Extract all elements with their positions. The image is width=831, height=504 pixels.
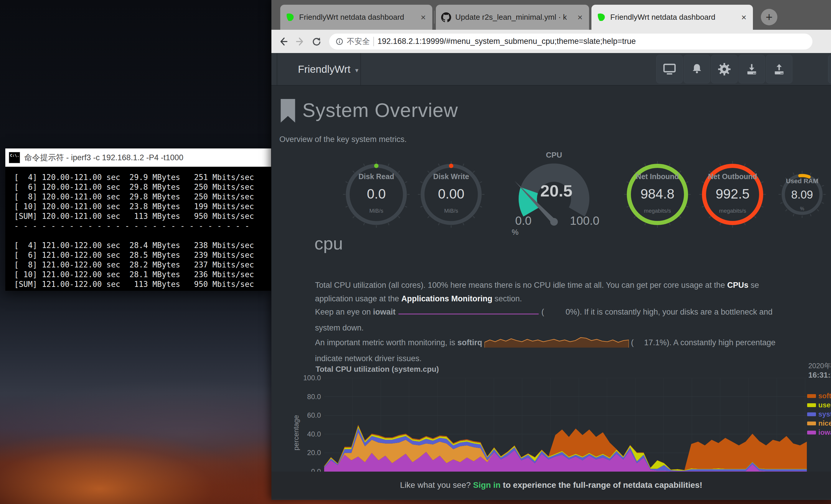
terminal-title: 命令提示符 - iperf3 -c 192.168.1.2 -P4 -t1000 <box>24 152 183 163</box>
security-label[interactable]: 不安全 <box>347 36 370 47</box>
gauge-disk-read[interactable]: Disk Read0.0MiB/s <box>342 160 410 230</box>
netdata-header: FriendlyWrt ▾ <box>271 53 831 86</box>
terminal-output: [ 4] 120.00-121.00 sec 29.9 MBytes 251 M… <box>5 167 271 291</box>
svg-text:%: % <box>800 206 804 211</box>
terminal-line: [ 6] 120.00-121.00 sec 29.8 MBytes 250 M… <box>14 182 271 192</box>
section-heading-cpu: cpu <box>314 233 343 254</box>
print-dashboard-button[interactable] <box>656 55 683 83</box>
netdata-page: FriendlyWrt ▾ <box>271 53 831 500</box>
reload-icon <box>311 36 322 47</box>
chart-title: Total CPU utilization (system.cpu) <box>316 365 439 374</box>
import-snapshot-button[interactable] <box>739 55 765 83</box>
info-icon <box>336 38 343 46</box>
svg-text:8.09: 8.09 <box>791 188 813 201</box>
svg-text:0.0: 0.0 <box>367 186 386 202</box>
back-icon <box>278 36 289 47</box>
paragraph-text: se <box>748 281 759 290</box>
y-tick-label: 60.0 <box>297 411 321 419</box>
browser-tab-2[interactable]: Update r2s_lean_minimal.yml · k × <box>436 5 589 30</box>
browser-window: FriendlyWrt netdata dashboard × Update r… <box>271 0 831 500</box>
netdata-icon <box>286 13 295 22</box>
header-button-partial[interactable] <box>828 55 831 83</box>
legend-item-iowait[interactable]: iowait <box>807 428 831 437</box>
export-snapshot-button[interactable] <box>766 55 793 83</box>
link-text[interactable]: Applications Monitoring <box>401 294 492 303</box>
softirq-sparkline[interactable] <box>484 335 629 352</box>
svg-text:984.8: 984.8 <box>640 186 674 202</box>
page-title-row: System Overview <box>280 99 458 122</box>
forward-button[interactable] <box>293 35 307 48</box>
tab-close-icon[interactable]: × <box>576 13 584 22</box>
signin-banner: Like what you see? Sign in to experience… <box>271 472 831 499</box>
bookmark-icon <box>280 99 296 122</box>
legend-label: system <box>818 410 831 418</box>
header-divider <box>361 53 361 85</box>
svg-text:MiB/s: MiB/s <box>369 208 383 214</box>
browser-tab-1[interactable]: FriendlyWrt netdata dashboard × <box>280 5 432 30</box>
paragraph-text: section. <box>492 294 522 303</box>
tab-close-icon[interactable]: × <box>740 13 748 22</box>
paragraph-text <box>396 307 398 316</box>
link-text[interactable]: CPUs <box>727 281 748 290</box>
paragraph-text: ( <box>539 307 544 316</box>
new-tab-button[interactable]: + <box>761 9 777 25</box>
hostname-dropdown[interactable]: FriendlyWrt ▾ <box>298 53 358 85</box>
browser-tabstrip: FriendlyWrt netdata dashboard × Update r… <box>271 0 831 30</box>
gauge-disk-write[interactable]: Disk Write0.00MiB/s <box>417 160 485 230</box>
netdata-icon <box>597 13 606 22</box>
desktop: C:\. 命令提示符 - iperf3 -c 192.168.1.2 -P4 -… <box>0 0 831 504</box>
paragraph-line: indicate network driver issues. <box>315 352 831 365</box>
iowait-sparkline[interactable] <box>398 307 539 321</box>
terminal-line: [ 10] 120.00-121.00 sec 23.8 MBytes 199 … <box>14 202 271 211</box>
svg-text:Disk Read: Disk Read <box>359 172 394 181</box>
browser-tab-3-active[interactable]: FriendlyWrt netdata dashboard × <box>592 5 753 30</box>
metric-value: 0% <box>544 305 577 319</box>
cpu-utilization-chart[interactable] <box>324 378 807 472</box>
reload-button[interactable] <box>310 35 323 48</box>
metric-name: iowait <box>373 307 396 316</box>
terminal-line: [ 4] 120.00-121.00 sec 29.9 MBytes 251 M… <box>14 173 271 182</box>
legend-item-softirq[interactable]: softirq <box>807 392 831 400</box>
sign-in-link[interactable]: Sign in <box>473 480 500 490</box>
gauge-net-outbound[interactable]: Net Outbound992.5megabits/s <box>699 160 767 230</box>
svg-text:100.0: 100.0 <box>570 214 599 227</box>
page-subtitle: Overview of the key system metrics. <box>279 135 407 144</box>
back-button[interactable] <box>277 35 290 48</box>
tab-title: Update r2s_lean_minimal.yml · k <box>455 13 572 22</box>
legend-item-user[interactable]: user <box>807 401 831 409</box>
import-icon <box>745 63 758 76</box>
terminal-titlebar[interactable]: C:\. 命令提示符 - iperf3 -c 192.168.1.2 -P4 -… <box>5 148 271 167</box>
legend-label: softirq <box>818 392 831 400</box>
terminal-line: [SUM] 120.00-121.00 sec 113 MBytes 950 M… <box>14 211 271 221</box>
paragraph-line: An important metric worth monitoring, is… <box>315 335 831 352</box>
svg-text:0.0: 0.0 <box>515 214 532 227</box>
gauge-cpu[interactable]: CPU20.50.0100.0% <box>507 152 601 241</box>
legend-swatch <box>807 431 816 435</box>
paragraph-text: ( <box>629 338 634 347</box>
export-icon <box>773 63 785 76</box>
url-bar[interactable]: 不安全 192.168.2.1:19999/#menu_system_subme… <box>329 34 812 50</box>
legend-swatch <box>807 394 816 398</box>
gauge-net-inbound[interactable]: Net Inbound984.8megabits/s <box>624 160 691 230</box>
alarms-button[interactable] <box>684 55 710 83</box>
chart-date-label: 2020年3 <box>808 361 831 370</box>
tab-title: FriendlyWrt netdata dashboard <box>299 13 415 22</box>
paragraph-text: application usage at the <box>315 294 401 303</box>
terminal-line: [ 4] 121.00-122.00 sec 28.4 MBytes 238 M… <box>14 241 271 250</box>
url-separator <box>373 37 374 46</box>
github-icon <box>441 12 451 22</box>
legend-label: iowait <box>818 428 831 437</box>
y-tick-label: 80.0 <box>297 393 321 401</box>
gauge-used-ram[interactable]: Used RAM8.09% <box>774 167 830 224</box>
legend-item-system[interactable]: system <box>807 410 831 418</box>
header-divider <box>277 53 277 85</box>
url-text[interactable]: 192.168.2.1:19999/#menu_system_submenu_c… <box>377 37 636 46</box>
terminal-line: [SUM] 121.00-122.00 sec 113 MBytes 950 M… <box>14 279 271 289</box>
svg-text:0.00: 0.00 <box>438 186 464 202</box>
paragraph-line: Total CPU utilization (all cores). 100% … <box>315 279 831 292</box>
legend-item-nice[interactable]: nice <box>807 419 831 427</box>
tab-close-icon[interactable]: × <box>419 13 427 22</box>
settings-button[interactable] <box>711 55 738 83</box>
terminal-line <box>14 231 271 241</box>
banner-text-prefix: Like what you see? <box>400 480 471 490</box>
